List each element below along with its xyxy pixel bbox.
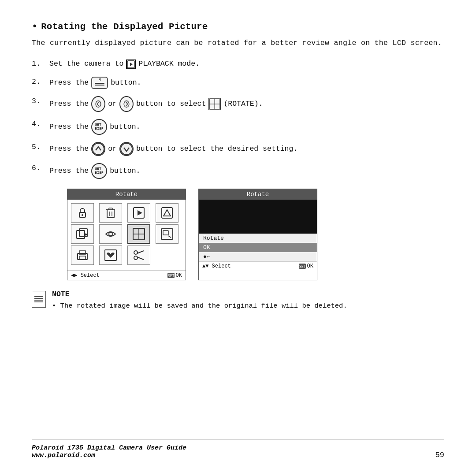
brand-url: www.polaroid.com xyxy=(32,452,186,459)
step-3: 3. Press the or xyxy=(32,96,444,112)
step-5-or: or xyxy=(108,144,117,155)
step-6-suffix: button. xyxy=(110,166,140,177)
step-3-text: Press the xyxy=(49,99,89,110)
grid-icon-retouch xyxy=(99,224,122,244)
m-label: M xyxy=(99,77,101,82)
footer-left: Polaroid i735 Digital Camera User Guide … xyxy=(32,444,186,459)
menu-line-1 xyxy=(95,83,104,84)
note-line-4 xyxy=(34,301,43,302)
svg-rect-20 xyxy=(77,231,85,238)
panel-right-footer-ok: SET OK xyxy=(299,263,313,269)
nav-right-icon xyxy=(119,96,134,112)
note-line-1 xyxy=(34,296,43,297)
grid-icon-trim xyxy=(127,245,150,265)
svg-point-2 xyxy=(96,101,101,108)
panel-left-footer-ok: SET OK xyxy=(167,272,182,279)
step-1-suffix: PLAYBACK mode. xyxy=(138,59,200,70)
svg-line-38 xyxy=(137,257,144,260)
step-2-content: Press the M button. xyxy=(49,77,141,89)
svg-rect-29 xyxy=(163,231,168,235)
panel-right: Rotate Rotate OK ●← ▲▼ Select SET OK xyxy=(198,189,317,280)
svg-point-36 xyxy=(134,251,138,254)
step-3-num: 3. xyxy=(32,96,44,107)
panel-left-footer: ◀▶ Select SET OK xyxy=(67,270,186,280)
set-disp-icon-4: SETDISP xyxy=(91,119,107,135)
svg-point-35 xyxy=(134,256,138,260)
grid-icon-protect xyxy=(156,203,178,223)
note-content: NOTE • The rotated image will be saved a… xyxy=(52,290,347,311)
step-4-text: Press the xyxy=(49,122,89,133)
svg-rect-11 xyxy=(107,210,114,218)
panel-right-footer: ▲▼ Select SET OK xyxy=(199,261,317,271)
step-5: 5. Press the or xyxy=(32,142,444,156)
step-3-or: or xyxy=(108,99,117,110)
step-1-text: Set the camera to xyxy=(49,59,123,70)
svg-marker-19 xyxy=(164,210,171,216)
panels-row: Rotate xyxy=(67,189,444,280)
step-2-text: Press the xyxy=(49,78,89,89)
svg-rect-32 xyxy=(79,256,86,260)
note-line-3 xyxy=(34,300,43,301)
panel-left-icon-grid xyxy=(71,203,182,223)
step-6: 6. Press the SETDISP button. xyxy=(32,163,444,179)
svg-text:SET: SET xyxy=(168,274,175,278)
step-4-content: Press the SETDISP button. xyxy=(49,119,140,135)
step-4-num: 4. xyxy=(32,119,44,130)
panel-left-icon-grid-3 xyxy=(71,245,182,265)
step-1: 1. Set the camera to PLAYBACK mode. xyxy=(32,59,444,70)
svg-marker-17 xyxy=(138,210,142,216)
menu-lines xyxy=(95,83,104,86)
grid-icon-resize xyxy=(156,224,178,244)
svg-point-24 xyxy=(109,232,112,236)
note-title: NOTE xyxy=(52,290,347,298)
step-3-suffix: (ROTATE). xyxy=(223,99,263,110)
svg-text:SET: SET xyxy=(299,265,306,269)
step-3-content: Press the or xyxy=(49,96,263,112)
svg-point-8 xyxy=(121,143,132,155)
step-1-content: Set the camera to PLAYBACK mode. xyxy=(49,59,200,70)
step-2-num: 2. xyxy=(32,77,44,88)
menu-item-ok: OK xyxy=(199,243,317,252)
svg-point-10 xyxy=(82,214,83,216)
step-6-text: Press the xyxy=(49,166,89,177)
step-1-num: 1. xyxy=(32,59,44,70)
grid-icon-empty xyxy=(156,245,178,265)
svg-point-3 xyxy=(124,101,129,108)
panel-left-icon-grid-2 xyxy=(71,224,182,244)
note-line-2 xyxy=(34,298,43,299)
menu-line-2 xyxy=(95,85,104,86)
note-section: NOTE • The rotated image will be saved a… xyxy=(32,290,444,311)
grid-icon-playback xyxy=(127,203,150,223)
grid-icon-rotate xyxy=(127,224,150,244)
svg-point-7 xyxy=(93,143,104,155)
step-2: 2. Press the M button. xyxy=(32,77,444,89)
section-title: • Rotating the Displayed Picture xyxy=(32,21,444,32)
svg-rect-13 xyxy=(109,208,112,210)
steps-list: 1. Set the camera to PLAYBACK mode. 2. P… xyxy=(32,59,444,179)
grid-icon-copy xyxy=(71,224,94,244)
panel-left: Rotate xyxy=(67,189,186,280)
page: • Rotating the Displayed Picture The cur… xyxy=(0,0,476,476)
step-5-content: Press the or xyxy=(49,142,298,156)
panel-right-body: Rotate OK ●← xyxy=(199,200,317,261)
step-4-suffix: button. xyxy=(110,122,140,133)
panel-left-footer-select: ◀▶ Select xyxy=(71,272,100,279)
nav-down-icon xyxy=(119,142,134,156)
step-5-suffix: button to select the desired setting. xyxy=(136,144,298,155)
svg-line-37 xyxy=(137,251,144,253)
rotate-grid-icon xyxy=(208,98,221,110)
intro-text: The currently displayed picture can be r… xyxy=(32,37,444,49)
step-6-content: Press the SETDISP button. xyxy=(49,163,140,179)
step-4: 4. Press the SETDISP button. xyxy=(32,119,444,135)
set-disp-icon-6: SETDISP xyxy=(91,163,107,179)
note-icon xyxy=(32,291,46,308)
step-3-mid: button to select xyxy=(136,99,206,110)
grid-icon-favorite xyxy=(99,245,122,265)
svg-line-30 xyxy=(168,236,171,238)
panel-left-header: Rotate xyxy=(67,189,186,200)
step-6-num: 6. xyxy=(32,163,44,174)
page-number: 59 xyxy=(435,451,444,459)
grid-icon-trash xyxy=(99,203,122,223)
step-5-text: Press the xyxy=(49,144,89,155)
brand-title: Polaroid i735 Digital Camera User Guide xyxy=(32,444,186,452)
